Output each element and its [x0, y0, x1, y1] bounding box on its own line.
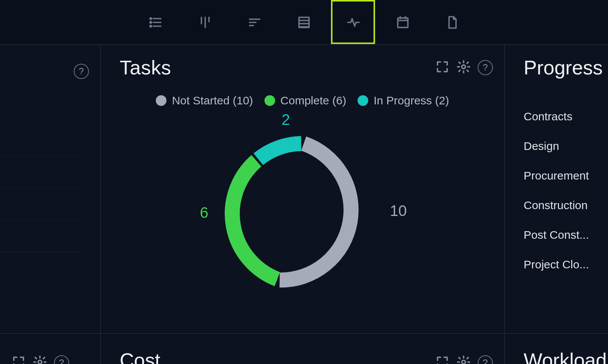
- legend-label: Complete (6): [280, 94, 346, 107]
- help-button[interactable]: ?: [74, 64, 89, 79]
- tasks-panel: Tasks ? Not Started (10) Complete (6): [101, 45, 504, 333]
- dashboard-icon: [346, 15, 361, 30]
- view-gantt-button[interactable]: [243, 11, 266, 34]
- legend-dot: [358, 95, 368, 106]
- expand-button[interactable]: [435, 60, 450, 76]
- legend-dot: [156, 95, 166, 106]
- settings-button[interactable]: [456, 355, 471, 364]
- expand-icon: [435, 355, 450, 364]
- progress-panel: Progress Contracts Design Procurement Co…: [505, 45, 608, 333]
- expand-icon: [435, 60, 450, 74]
- svg-point-2: [150, 22, 152, 23]
- gear-icon: [456, 60, 471, 74]
- settings-button[interactable]: [456, 60, 471, 76]
- legend-label: In Progress (2): [374, 94, 449, 107]
- document-icon: [445, 15, 460, 30]
- progress-item[interactable]: Procurement: [524, 169, 608, 182]
- progress-item[interactable]: Design: [524, 140, 608, 153]
- svg-point-4: [150, 25, 152, 27]
- tasks-donut-chart: 2 6 10: [101, 126, 504, 333]
- expand-button[interactable]: [435, 355, 450, 364]
- view-document-button[interactable]: [441, 11, 464, 34]
- legend-item-not-started[interactable]: Not Started (10): [156, 94, 253, 107]
- kanban-icon: [198, 15, 213, 30]
- cost-panel: Cost ?: [101, 334, 504, 364]
- progress-item[interactable]: Post Const...: [524, 228, 608, 241]
- tasks-legend: Not Started (10) Complete (6) In Progres…: [101, 94, 504, 107]
- view-toolbar: [0, 0, 608, 45]
- svg-point-20: [462, 65, 466, 69]
- left-panel: ?: [0, 45, 100, 364]
- help-button[interactable]: ?: [54, 355, 69, 364]
- progress-list: Contracts Design Procurement Constructio…: [524, 110, 608, 271]
- svg-rect-16: [398, 18, 408, 27]
- svg-point-0: [150, 18, 152, 19]
- table-icon: [296, 15, 312, 30]
- cost-panel-title: Cost: [120, 349, 160, 364]
- view-table-button[interactable]: [293, 11, 315, 34]
- settings-button[interactable]: [33, 355, 47, 364]
- gear-icon: [456, 355, 471, 364]
- legend-item-in-progress[interactable]: In Progress (2): [358, 94, 449, 107]
- progress-item[interactable]: Project Clo...: [524, 258, 608, 271]
- progress-item[interactable]: Contracts: [524, 110, 608, 123]
- bottom-left-panel: ?: [0, 334, 100, 364]
- workload-panel-title: Workload: [524, 349, 607, 364]
- help-button[interactable]: ?: [478, 60, 493, 75]
- help-button[interactable]: ?: [478, 355, 493, 364]
- view-kanban-button[interactable]: [194, 11, 217, 34]
- legend-dot: [264, 95, 275, 106]
- view-dashboard-button[interactable]: [342, 11, 365, 34]
- svg-point-22: [462, 360, 466, 364]
- legend-label: Not Started (10): [172, 94, 253, 107]
- expand-icon: [11, 355, 26, 364]
- svg-point-21: [38, 360, 42, 364]
- donut-svg: [219, 130, 386, 297]
- calendar-icon: [395, 15, 410, 30]
- donut-label-in-progress: 2: [282, 111, 290, 128]
- gantt-icon: [247, 15, 262, 30]
- progress-item[interactable]: Construction: [524, 199, 608, 212]
- expand-button[interactable]: [11, 355, 26, 364]
- donut-label-complete: 6: [200, 204, 208, 221]
- workload-panel: Workload: [505, 334, 608, 364]
- legend-item-complete[interactable]: Complete (6): [264, 94, 346, 107]
- gear-icon: [33, 355, 47, 364]
- view-list-button[interactable]: [144, 11, 167, 34]
- list-icon: [148, 15, 163, 30]
- progress-panel-title: Progress: [524, 56, 603, 79]
- svg-rect-12: [299, 17, 309, 27]
- tasks-panel-title: Tasks: [120, 56, 171, 79]
- left-panel-rows: [0, 124, 84, 252]
- view-calendar-button[interactable]: [391, 11, 414, 34]
- donut-label-not-started: 10: [390, 202, 407, 219]
